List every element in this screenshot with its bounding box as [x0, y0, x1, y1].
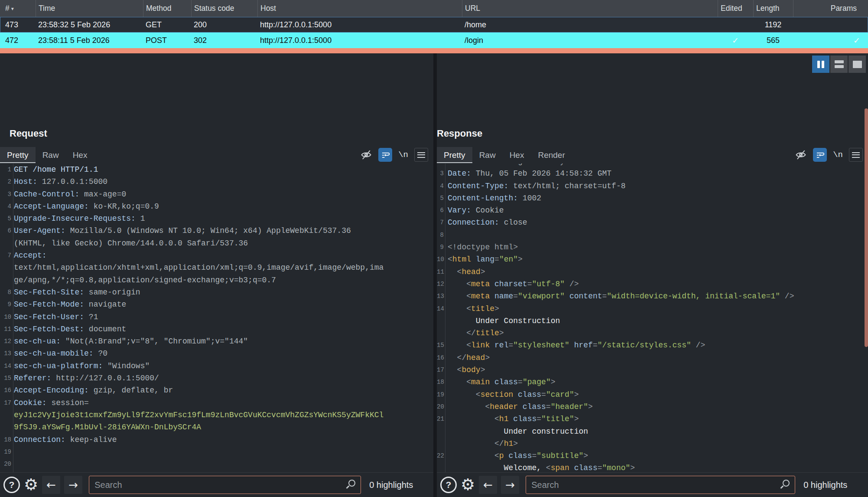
horizontal-splitter[interactable] — [0, 48, 868, 53]
line-number — [437, 163, 444, 167]
tab-request-pretty[interactable]: Pretty — [0, 147, 36, 163]
settings-gear-icon[interactable]: ⚙ — [24, 477, 38, 493]
response-tabs: Pretty Raw Hex Render — [437, 147, 572, 163]
request-editor[interactable]: 1GET /home HTTP/1.12Host: 127.0.0.1:5000… — [0, 163, 433, 472]
code-line: (KHTML, like Gecko) Chrome/144.0.0.0 Saf… — [0, 237, 433, 249]
pause-updates-button[interactable] — [812, 56, 829, 73]
response-scrollbar-thumb[interactable] — [865, 108, 868, 347]
help-icon[interactable]: ? — [440, 477, 457, 493]
line-content: <title> — [448, 303, 499, 315]
tab-response-hex[interactable]: Hex — [503, 147, 531, 163]
line-number: 20 — [0, 458, 11, 470]
line-number: 10 — [0, 311, 11, 323]
code-line: Welcome, <span class="mono"> — [437, 462, 868, 472]
response-editor[interactable]: Server: Werkzeug/3.1.3 Python/3.12.123Da… — [437, 163, 868, 472]
line-number: 20 — [437, 401, 444, 413]
vertical-pane-divider[interactable] — [433, 53, 437, 497]
line-number — [0, 262, 11, 274]
cell-length: 1192 — [753, 17, 793, 33]
cell-host: http://127.0.0.1:5000 — [257, 17, 462, 33]
next-match-button[interactable]: → — [64, 476, 82, 494]
column-header-length[interactable]: Length — [753, 0, 793, 17]
code-line: 15Referer: http://127.0.0.1:5000/ — [0, 372, 433, 384]
code-line: 12 <meta charset="utf-8" /> — [437, 278, 868, 290]
column-header-method[interactable]: Method — [143, 0, 191, 17]
line-content: Cache-Control: max-age=0 — [14, 188, 126, 200]
editor-menu-icon[interactable] — [414, 148, 428, 162]
line-content: (KHTML, like Gecko) Chrome/144.0.0.0 Saf… — [14, 237, 248, 249]
cell-edited — [718, 17, 753, 33]
tab-request-raw[interactable]: Raw — [36, 147, 66, 163]
previous-match-button[interactable]: ← — [42, 476, 60, 494]
tab-response-raw[interactable]: Raw — [472, 147, 503, 163]
line-number: 7 — [0, 249, 11, 262]
line-number — [0, 421, 11, 433]
code-line: 18 <main class="page"> — [437, 376, 868, 388]
column-header-status-code[interactable]: Status code — [191, 0, 257, 17]
code-line: 13 <meta name="viewport" content="width=… — [437, 290, 868, 302]
code-line: 7Connection: close — [437, 216, 868, 229]
code-line: 11Sec-Fetch-Dest: document — [0, 323, 433, 335]
tab-request-hex[interactable]: Hex — [66, 147, 94, 163]
request-search-input[interactable] — [89, 476, 361, 494]
line-number: 19 — [437, 389, 444, 401]
line-number: 13 — [0, 347, 11, 360]
hide-nonprintable-icon[interactable] — [360, 149, 372, 161]
column-header-time[interactable]: Time — [36, 0, 143, 17]
column-header-edited[interactable]: Edited — [718, 0, 753, 17]
code-line: 14 <title> — [437, 303, 868, 315]
settings-gear-icon[interactable]: ⚙ — [461, 477, 475, 493]
line-content: <meta name="viewport" content="width=dev… — [448, 290, 794, 302]
word-wrap-toggle[interactable] — [813, 148, 827, 162]
show-newlines-toggle[interactable]: \n — [398, 150, 408, 160]
history-table: # ▾ Time Method Status code Host URL Edi… — [0, 0, 868, 48]
word-wrap-toggle[interactable] — [378, 148, 392, 162]
line-number — [437, 315, 444, 327]
code-line: 8Sec-Fetch-Site: same-origin — [0, 286, 433, 298]
cell-url: /home — [462, 17, 718, 33]
code-line: text/html,application/xhtml+xml,applicat… — [0, 262, 433, 274]
show-newlines-toggle[interactable]: \n — [833, 150, 843, 160]
table-row-473[interactable]: 47323:58:32 5 Feb 2026GET200http://127.0… — [0, 17, 868, 33]
response-search-input[interactable] — [526, 476, 795, 494]
column-header-params[interactable]: Params — [793, 0, 868, 17]
tab-response-render[interactable]: Render — [531, 147, 572, 163]
code-line: 15 <link rel="stylesheet" href="/static/… — [437, 339, 868, 351]
line-content: GET /home HTTP/1.1 — [14, 163, 98, 176]
search-magnifier-icon[interactable] — [346, 480, 356, 489]
line-number: 17 — [437, 364, 444, 376]
line-number: 16 — [0, 384, 11, 396]
next-match-button[interactable]: → — [501, 476, 519, 494]
hide-nonprintable-icon[interactable] — [795, 149, 807, 161]
code-line: 19 — [0, 446, 433, 458]
line-number: 6 — [437, 204, 444, 216]
table-row-472[interactable]: 47223:58:11 5 Feb 2026POST302http://127.… — [0, 33, 868, 48]
single-panel-button[interactable] — [848, 56, 866, 73]
line-number: 10 — [437, 253, 444, 265]
cell-method: GET — [143, 17, 191, 33]
search-magnifier-icon[interactable] — [780, 480, 790, 489]
line-content: <body> — [448, 364, 485, 376]
line-content: <main class="page"> — [448, 376, 556, 388]
line-content: Connection: keep-alive — [14, 434, 117, 446]
column-header-host[interactable]: Host — [257, 0, 462, 17]
line-content: Accept-Language: ko-KR,ko;q=0.9 — [14, 200, 159, 213]
code-line-partial: Server: Werkzeug/3.1.3 Python/3.12.12 — [437, 163, 868, 167]
column-header-number[interactable]: # ▾ — [0, 0, 36, 17]
line-content: Content-Type: text/html; charset=utf-8 — [448, 180, 625, 192]
tab-response-pretty[interactable]: Pretty — [437, 147, 472, 163]
request-pane: Request Pretty Raw Hex — [0, 53, 433, 497]
line-content: Sec-Fetch-User: ?1 — [14, 311, 98, 323]
line-number: 3 — [437, 167, 444, 180]
help-icon[interactable]: ? — [3, 477, 20, 493]
cell-num: 473 — [0, 17, 36, 33]
cell-time: 23:58:11 5 Feb 2026 — [36, 33, 143, 48]
split-horizontal-button[interactable] — [830, 56, 848, 73]
line-content: <link rel="stylesheet" href="/static/sty… — [448, 339, 705, 351]
line-number — [437, 327, 444, 339]
code-line: 9fSJ9.aYSwFg.M1bUvl-28i6YAWXn-DnLbySCr4A — [0, 421, 433, 433]
column-header-url[interactable]: URL — [462, 0, 718, 17]
line-number: 22 — [437, 450, 444, 462]
previous-match-button[interactable]: ← — [479, 476, 497, 494]
editor-menu-icon[interactable] — [849, 148, 863, 162]
